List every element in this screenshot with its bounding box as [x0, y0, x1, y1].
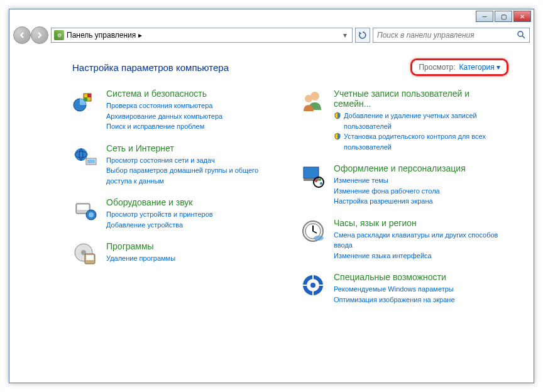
arrow-right-icon — [36, 31, 43, 39]
category-body: Оборудование и звукПросмотр устройств и … — [106, 197, 281, 230]
address-bar[interactable]: ⚙ Панель управления ▸ ▾ — [51, 28, 353, 43]
svg-point-13 — [89, 212, 94, 217]
users-icon — [300, 89, 326, 115]
category-item: Учетные записи пользователей и семейн...… — [300, 89, 508, 152]
search-bar[interactable] — [373, 28, 530, 43]
category-item: Оборудование и звукПросмотр устройств и … — [72, 197, 281, 230]
category-link[interactable]: Установка родительского контроля для все… — [344, 131, 508, 152]
access-icon — [300, 272, 326, 298]
category-link[interactable]: Смена раскладки клавиатуры или других сп… — [334, 230, 508, 251]
category-link[interactable]: Изменение фона рабочего стола — [334, 186, 508, 197]
category-body: Учетные записи пользователей и семейн...… — [334, 89, 508, 152]
category-body: Часы, язык и регионСмена раскладки клави… — [334, 218, 508, 261]
svg-point-23 — [315, 180, 317, 182]
category-title[interactable]: Оформление и персонализация — [334, 163, 508, 173]
refresh-icon — [358, 31, 367, 40]
window-controls: ─ ▢ ✕ — [476, 11, 531, 22]
system-icon — [72, 89, 99, 115]
category-columns: Система и безопасностьПроверка состояния… — [72, 89, 508, 316]
svg-point-0 — [518, 31, 523, 36]
svg-rect-11 — [77, 205, 89, 210]
maximize-button[interactable]: ▢ — [495, 11, 512, 22]
svg-rect-17 — [86, 255, 94, 260]
category-item: Оформление и персонализацияИзменение тем… — [300, 163, 508, 207]
search-icon[interactable] — [517, 30, 525, 41]
svg-rect-20 — [304, 167, 319, 178]
category-title[interactable]: Учетные записи пользователей и семейн... — [334, 89, 508, 109]
forward-button[interactable] — [31, 26, 48, 44]
nav-buttons — [13, 26, 48, 44]
address-text: Панель управления ▸ — [67, 31, 338, 40]
programs-icon — [72, 241, 99, 268]
refresh-button[interactable] — [355, 28, 370, 43]
category-item: Сеть и ИнтернетПросмотр состояния сети и… — [72, 143, 281, 187]
category-body: Специальные возможностиРекомендуемые Win… — [334, 272, 508, 305]
category-link[interactable]: Рекомендуемые Windows параметры — [334, 284, 508, 295]
svg-point-24 — [319, 178, 321, 181]
svg-rect-3 — [87, 94, 91, 97]
category-link[interactable]: Настройка разрешения экрана — [334, 196, 508, 207]
category-link[interactable]: Просмотр состояния сети и задач — [106, 155, 281, 166]
header-row: Настройка параметров компьютера Просмотр… — [72, 58, 508, 76]
clock-icon — [300, 218, 326, 244]
link-with-shield: Установка родительского контроля для все… — [334, 131, 508, 152]
back-button[interactable] — [13, 26, 31, 44]
category-body: ПрограммыУдаление программы — [106, 241, 281, 268]
category-title[interactable]: Часы, язык и регион — [334, 218, 508, 228]
category-item: ПрограммыУдаление программы — [72, 241, 281, 268]
svg-point-6 — [75, 148, 87, 161]
category-link[interactable]: Просмотр устройств и принтеров — [106, 209, 281, 220]
shield-icon — [334, 133, 341, 140]
category-body: Оформление и персонализацияИзменение тем… — [334, 163, 508, 207]
link-with-shield: Добавление и удаление учетных записей по… — [334, 111, 508, 131]
shield-icon — [334, 112, 341, 119]
category-link[interactable]: Архивирование данных компьютера — [106, 111, 281, 122]
network-icon — [72, 143, 99, 170]
category-title[interactable]: Специальные возможности — [334, 272, 508, 282]
category-item: Система и безопасностьПроверка состояния… — [72, 89, 281, 132]
category-body: Система и безопасностьПроверка состояния… — [106, 89, 281, 132]
hardware-icon — [72, 197, 99, 224]
control-panel-icon: ⚙ — [54, 30, 64, 40]
svg-line-1 — [522, 36, 525, 38]
category-title[interactable]: Система и безопасность — [106, 89, 281, 99]
navigation-row: ⚙ Панель управления ▸ ▾ — [9, 24, 534, 46]
category-link[interactable]: Добавление устройства — [106, 220, 281, 231]
category-body: Сеть и ИнтернетПросмотр состояния сети и… — [106, 143, 281, 187]
category-link[interactable]: Выбор параметров домашней группы и общег… — [106, 165, 281, 186]
svg-rect-9 — [87, 160, 95, 163]
svg-point-25 — [320, 182, 322, 185]
category-link[interactable]: Поиск и исправление проблем — [106, 121, 281, 132]
category-link[interactable]: Удаление программы — [106, 253, 281, 264]
category-link[interactable]: Проверка состояния компьютера — [106, 101, 281, 111]
category-link[interactable]: Оптимизация изображения на экране — [334, 295, 508, 305]
arrow-left-icon — [18, 31, 26, 39]
category-title[interactable]: Программы — [106, 241, 281, 251]
search-input[interactable] — [377, 31, 517, 40]
category-title[interactable]: Сеть и Интернет — [106, 143, 281, 153]
left-column: Система и безопасностьПроверка состояния… — [72, 89, 281, 316]
view-selector: Просмотр: Категория — [410, 58, 508, 76]
appearance-icon — [300, 163, 326, 190]
close-button[interactable]: ✕ — [513, 11, 531, 22]
right-column: Учетные записи пользователей и семейн...… — [300, 89, 508, 316]
view-label: Просмотр: — [419, 63, 455, 72]
svg-point-33 — [310, 283, 315, 288]
view-dropdown[interactable]: Категория — [459, 63, 500, 72]
control-panel-window: ─ ▢ ✕ ⚙ Панель управления ▸ ▾ — [9, 9, 534, 383]
minimize-button[interactable]: ─ — [476, 11, 493, 22]
category-link[interactable]: Изменение языка интерфейса — [334, 251, 508, 261]
category-item: Часы, язык и регионСмена раскладки клави… — [300, 218, 508, 261]
address-dropdown[interactable]: ▾ — [341, 31, 349, 40]
category-title[interactable]: Оборудование и звук — [106, 197, 281, 207]
svg-point-19 — [305, 95, 312, 102]
category-link[interactable]: Изменение темы — [334, 175, 508, 186]
category-link[interactable]: Добавление и удаление учетных записей по… — [344, 111, 508, 131]
page-title: Настройка параметров компьютера — [72, 62, 229, 73]
content-area: Настройка параметров компьютера Просмотр… — [9, 46, 534, 383]
svg-point-30 — [314, 236, 324, 241]
category-item: Специальные возможностиРекомендуемые Win… — [300, 272, 508, 305]
